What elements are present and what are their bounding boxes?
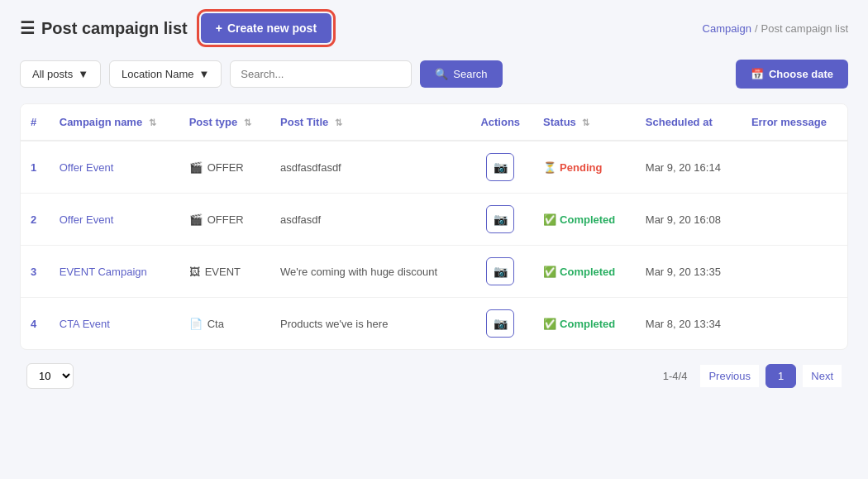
post-type-icon: 🎬 — [189, 213, 203, 226]
post-type-label: Cta — [207, 318, 224, 330]
col-scheduled-at: Scheduled at — [636, 104, 742, 141]
row-actions: 📷 — [467, 298, 533, 350]
col-status[interactable]: Status ⇅ — [533, 104, 636, 141]
all-posts-dropdown[interactable]: All posts ▼ — [20, 60, 101, 88]
col-actions: Actions — [467, 104, 533, 141]
row-error-message — [742, 246, 847, 298]
status-icon: ✅ — [543, 266, 556, 278]
row-num: 2 — [21, 194, 50, 246]
search-input[interactable] — [230, 60, 412, 88]
post-type-label: OFFER — [207, 213, 244, 226]
status-badge: Completed — [560, 318, 615, 330]
plus-icon: + — [216, 22, 222, 35]
pagination-range: 1-4/4 — [663, 370, 688, 382]
location-name-dropdown[interactable]: Location Name ▼ — [109, 60, 222, 88]
action-button[interactable]: 📷 — [486, 153, 514, 181]
post-type-icon: 🖼 — [189, 266, 200, 278]
row-post-type: 📄 Cta — [179, 298, 270, 350]
search-icon: 🔍 — [435, 68, 448, 80]
row-actions: 📷 — [467, 246, 533, 298]
choose-date-button[interactable]: 📅 Choose date — [736, 60, 848, 89]
row-post-title: We're coming with huge discount — [270, 246, 467, 298]
row-error-message — [742, 141, 847, 194]
status-icon: ✅ — [543, 318, 556, 330]
breadcrumb-separator: / — [755, 22, 758, 35]
row-error-message — [742, 194, 847, 246]
sort-icon: ⇅ — [244, 117, 251, 127]
table-row: 1 Offer Event 🎬 OFFER asdfasdfasdf 📷 ⏳ P… — [21, 141, 847, 194]
row-status: ⏳ Pending — [533, 141, 636, 194]
col-error-message: Error message — [742, 104, 847, 141]
row-scheduled-at: Mar 9, 20 13:35 — [636, 246, 742, 298]
page-size-select[interactable]: 10 25 50 — [26, 363, 74, 389]
upload-icon: 📷 — [494, 317, 508, 330]
table-row: 2 Offer Event 🎬 OFFER asdfasdf 📷 ✅ Compl… — [21, 194, 847, 246]
calendar-icon: 📅 — [751, 68, 764, 80]
action-button[interactable]: 📷 — [486, 309, 514, 338]
chevron-down-icon: ▼ — [78, 68, 88, 80]
table-row: 3 EVENT Campaign 🖼 EVENT We're coming wi… — [21, 246, 847, 298]
post-type-label: EVENT — [205, 266, 241, 278]
breadcrumb-campaign[interactable]: Campaign — [703, 22, 751, 35]
row-actions: 📷 — [467, 141, 533, 194]
chevron-down-icon: ▼ — [198, 68, 209, 80]
status-icon: ⏳ — [543, 161, 556, 174]
hamburger-icon[interactable]: ☰ — [20, 18, 35, 38]
row-num: 3 — [21, 246, 50, 298]
row-actions: 📷 — [467, 194, 533, 246]
row-post-title: asdfasdfasdf — [270, 141, 467, 194]
row-campaign-name[interactable]: Offer Event — [50, 194, 179, 246]
previous-page-button[interactable]: Previous — [700, 365, 759, 387]
post-type-icon: 🎬 — [189, 161, 203, 174]
next-page-button[interactable]: Next — [803, 365, 842, 387]
post-type-icon: 📄 — [189, 318, 203, 330]
sort-icon: ⇅ — [149, 117, 156, 127]
row-campaign-name[interactable]: Offer Event — [50, 141, 179, 194]
page-1-button[interactable]: 1 — [765, 364, 796, 388]
status-badge: Completed — [560, 266, 615, 278]
col-campaign-name[interactable]: Campaign name ⇅ — [50, 104, 179, 141]
upload-icon: 📷 — [494, 160, 508, 174]
row-campaign-name[interactable]: CTA Event — [50, 298, 179, 350]
page-title: Post campaign list — [41, 19, 188, 38]
status-badge: Completed — [560, 213, 615, 226]
pagination-controls: Previous 1 Next — [700, 364, 842, 388]
status-badge: Pending — [560, 161, 602, 174]
row-post-title: asdfasdf — [270, 194, 467, 246]
row-status: ✅ Completed — [533, 194, 636, 246]
action-button[interactable]: 📷 — [486, 205, 514, 233]
row-post-title: Products we've is here — [270, 298, 467, 350]
col-post-type[interactable]: Post type ⇅ — [179, 104, 270, 141]
status-icon: ✅ — [543, 213, 556, 226]
action-button[interactable]: 📷 — [486, 257, 514, 285]
sort-icon: ⇅ — [582, 117, 589, 127]
row-scheduled-at: Mar 9, 20 16:08 — [636, 194, 742, 246]
create-new-post-button[interactable]: + Create new post — [201, 13, 331, 43]
row-status: ✅ Completed — [533, 298, 636, 350]
upload-icon: 📷 — [494, 213, 508, 226]
row-status: ✅ Completed — [533, 246, 636, 298]
row-scheduled-at: Mar 8, 20 13:34 — [636, 298, 742, 350]
breadcrumb: Campaign / Post campaign list — [703, 22, 848, 35]
row-post-type: 🎬 OFFER — [179, 141, 270, 194]
post-type-label: OFFER — [207, 161, 244, 174]
breadcrumb-current: Post campaign list — [761, 22, 849, 35]
col-post-title[interactable]: Post Title ⇅ — [270, 104, 467, 141]
col-num: # — [21, 104, 50, 141]
row-num: 1 — [21, 141, 50, 194]
campaign-table: # Campaign name ⇅ Post type ⇅ Post Title… — [20, 103, 848, 350]
row-error-message — [742, 298, 847, 350]
table-row: 4 CTA Event 📄 Cta Products we've is here… — [21, 298, 847, 350]
row-scheduled-at: Mar 9, 20 16:14 — [636, 141, 742, 194]
row-post-type: 🎬 OFFER — [179, 194, 270, 246]
upload-icon: 📷 — [494, 265, 508, 278]
row-num: 4 — [21, 298, 50, 350]
search-button[interactable]: 🔍 Search — [420, 60, 502, 88]
row-campaign-name[interactable]: EVENT Campaign — [50, 246, 179, 298]
row-post-type: 🖼 EVENT — [179, 246, 270, 298]
sort-icon: ⇅ — [335, 117, 342, 127]
